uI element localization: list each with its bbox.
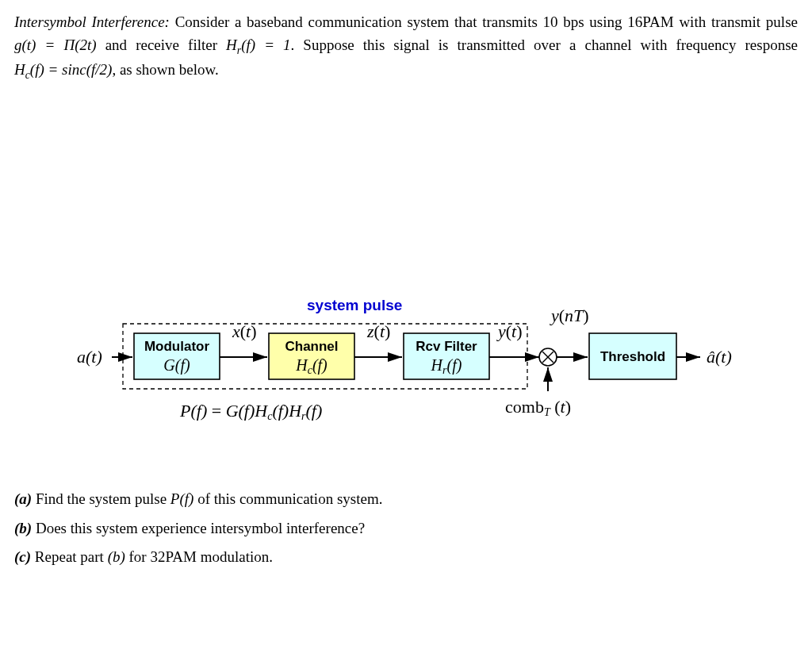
- sig-y: y(t): [496, 321, 523, 341]
- modulator-bottom: G(f): [163, 356, 190, 375]
- sample-label: y(nT): [550, 306, 589, 325]
- sig-z: z(t): [366, 321, 390, 341]
- problem-title: Intersymbol Interference:: [14, 13, 170, 30]
- intro-part4: , as shown below.: [112, 61, 218, 78]
- rcv-top: Rcv Filter: [416, 339, 477, 354]
- question-a: (a) Find the system pulse P(f) of this c…: [14, 488, 798, 511]
- rcv-bottom: Hr(f): [431, 356, 462, 376]
- question-c-text-2: for 32PAM modulation.: [125, 548, 273, 565]
- output-label: â(t): [707, 347, 732, 367]
- intro-part3: . Suppose this signal is transmitted ove…: [291, 37, 798, 53]
- question-c-ref: (b): [108, 548, 125, 565]
- intro-part2: and receive filter: [97, 37, 227, 53]
- comb-label: combT (t): [505, 397, 571, 418]
- threshold-label: Threshold: [600, 349, 665, 364]
- eq-g: g(t) = Π(2t): [14, 37, 97, 53]
- modulator-top: Modulator: [144, 339, 210, 354]
- pf-equation: P(f) = G(f)Hc(f)Hr(f): [179, 401, 322, 422]
- diagram-svg: system pulse a(t) Modulator G(f) x(t) Ch…: [61, 290, 751, 456]
- question-b: (b) Does this system experience intersym…: [14, 517, 798, 540]
- channel-top: Channel: [285, 339, 338, 354]
- question-c: (c) Repeat part (b) for 32PAM modulation…: [14, 546, 798, 569]
- questions-block: (a) Find the system pulse P(f) of this c…: [14, 488, 798, 569]
- question-b-text: Does this system experience intersymbol …: [36, 520, 365, 536]
- question-b-label: (b): [14, 520, 32, 536]
- intro-part1: Consider a baseband communication system…: [170, 13, 798, 30]
- block-diagram: system pulse a(t) Modulator G(f) x(t) Ch…: [14, 290, 798, 456]
- question-c-text-1: Repeat part: [35, 548, 108, 565]
- question-c-label: (c): [14, 548, 31, 565]
- problem-intro: Intersymbol Interference: Consider a bas…: [14, 11, 798, 83]
- input-label: a(t): [77, 347, 102, 367]
- question-a-label: (a): [14, 490, 32, 507]
- system-pulse-label: system pulse: [307, 297, 402, 313]
- sig-x: x(t): [232, 321, 257, 341]
- eq-hr: Hr(f) = 1: [226, 37, 290, 53]
- eq-hc: Hc(f) = sinc(f/2): [14, 61, 112, 78]
